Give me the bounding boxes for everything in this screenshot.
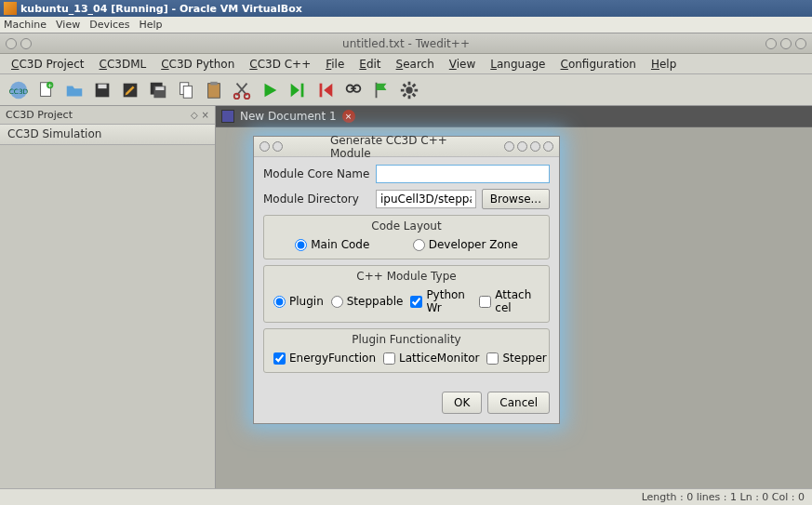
lattice-check[interactable]: LatticeMonitor <box>383 352 479 365</box>
menu-configuration[interactable]: Configuration <box>553 56 644 73</box>
document-tabs: New Document 1 × <box>216 106 812 126</box>
toolbar: CC3D + <box>0 74 812 106</box>
python-wrap-check-input[interactable] <box>410 296 422 308</box>
minimize-icon[interactable] <box>765 38 777 49</box>
svg-rect-13 <box>208 83 220 98</box>
menu-cc3d-cpp[interactable]: CC3D C++ <box>242 56 318 73</box>
vbox-icon <box>4 2 17 15</box>
svg-rect-18 <box>320 83 323 97</box>
module-name-input[interactable] <box>376 165 550 183</box>
lattice-check-input[interactable] <box>383 352 395 365</box>
app-pin-icon[interactable] <box>20 38 32 49</box>
plugin-func-group: Plugin Functionality EnergyFunction Latt… <box>263 328 550 373</box>
menu-view[interactable]: View <box>442 56 483 73</box>
vbox-titlebar: kubuntu_13_04 [Running] - Oracle VM Virt… <box>0 0 812 17</box>
vbox-menu-help[interactable]: Help <box>140 19 163 31</box>
cc3d-icon[interactable]: CC3D <box>6 77 32 103</box>
dialog-max-icon[interactable] <box>530 141 540 152</box>
cut-icon[interactable] <box>229 77 255 103</box>
pin-icon[interactable]: ◇ <box>191 110 198 120</box>
vbox-menu-machine[interactable]: Machine <box>4 19 47 31</box>
menu-language[interactable]: Language <box>483 56 552 73</box>
menu-cc3dml[interactable]: CC3DML <box>92 56 154 73</box>
run-icon[interactable] <box>257 77 283 103</box>
close-panel-icon[interactable]: × <box>202 110 209 120</box>
vbox-menu-view[interactable]: View <box>56 19 80 31</box>
close-icon[interactable] <box>795 38 806 49</box>
app-title: untitled.txt - Twedit++ <box>342 37 470 50</box>
code-layout-title: Code Layout <box>371 219 441 233</box>
ok-button[interactable]: OK <box>442 392 482 414</box>
dev-zone-radio[interactable]: Developer Zone <box>413 238 518 251</box>
stepper-check[interactable]: Stepper <box>486 352 546 365</box>
svg-rect-6 <box>98 84 106 88</box>
svg-text:CC3D: CC3D <box>9 86 29 95</box>
dialog-titlebar: Generate CC3D C++ Module <box>254 137 559 157</box>
browse-button[interactable]: Browse... <box>482 189 550 209</box>
svg-rect-17 <box>301 83 304 97</box>
generate-module-dialog: Generate CC3D C++ Module Module Core Nam… <box>253 136 560 424</box>
project-panel-title: CC3D Project <box>6 109 73 121</box>
find-icon[interactable] <box>340 77 366 103</box>
dialog-pin-icon[interactable] <box>273 141 283 152</box>
gear-icon[interactable] <box>396 77 422 103</box>
attach-cell-check[interactable]: Attach cel <box>479 288 539 314</box>
status-text: Length : 0 lines : 1 Ln : 0 Col : 0 <box>642 491 805 503</box>
edit-pencil-icon[interactable] <box>117 77 143 103</box>
dialog-help-icon[interactable] <box>504 141 514 152</box>
menu-cc3d-project[interactable]: CC3D Project <box>4 56 92 73</box>
save-icon[interactable] <box>89 77 115 103</box>
paste-icon[interactable] <box>201 77 227 103</box>
menu-search[interactable]: Search <box>389 56 442 73</box>
menu-cc3d-python[interactable]: CC3D Python <box>153 56 242 73</box>
dialog-close-icon[interactable] <box>543 141 553 152</box>
open-icon[interactable] <box>61 77 87 103</box>
stepper-check-input[interactable] <box>486 352 499 365</box>
dev-zone-radio-input[interactable] <box>413 239 425 251</box>
undo-icon[interactable] <box>313 77 339 103</box>
plugin-radio-input[interactable] <box>273 296 286 308</box>
svg-point-16 <box>245 93 250 99</box>
steppable-radio-input[interactable] <box>331 296 343 308</box>
energy-check-input[interactable] <box>273 352 286 365</box>
close-tab-icon[interactable]: × <box>342 110 355 123</box>
step-icon[interactable] <box>285 77 311 103</box>
python-wrap-check[interactable]: Python Wr <box>410 288 472 314</box>
document-icon <box>221 110 234 123</box>
new-icon[interactable]: + <box>33 77 60 103</box>
flag-icon[interactable] <box>368 77 394 103</box>
simulation-tab[interactable]: CC3D Simulation <box>0 125 215 145</box>
app-menu-icon[interactable] <box>6 38 17 49</box>
menubar: CC3D Project CC3DML CC3D Python CC3D C++… <box>0 54 812 74</box>
menu-file[interactable]: File <box>318 56 352 73</box>
dialog-menu-icon[interactable] <box>260 141 270 152</box>
vbox-title: kubuntu_13_04 [Running] - Oracle VM Virt… <box>20 3 302 15</box>
module-dir-input[interactable] <box>376 190 476 208</box>
code-layout-group: Code Layout Main Code Developer Zone <box>263 215 550 259</box>
attach-cell-check-input[interactable] <box>479 296 491 308</box>
plugin-radio[interactable]: Plugin <box>273 295 324 308</box>
main-code-radio[interactable]: Main Code <box>295 238 369 251</box>
svg-rect-12 <box>183 86 192 98</box>
maximize-icon[interactable] <box>780 38 792 49</box>
vbox-menu: Machine View Devices Help <box>0 17 812 33</box>
menu-edit[interactable]: Edit <box>352 56 388 73</box>
module-dir-label: Module Directory <box>263 193 370 206</box>
document-tab-label[interactable]: New Document 1 <box>240 110 337 123</box>
copy-icon[interactable] <box>173 77 199 103</box>
save-all-icon[interactable] <box>145 77 171 103</box>
svg-rect-10 <box>155 86 164 90</box>
project-tree[interactable] <box>0 145 215 488</box>
project-panel: CC3D Project ◇ × CC3D Simulation <box>0 106 216 488</box>
project-panel-header: CC3D Project ◇ × <box>0 106 215 125</box>
main-code-radio-input[interactable] <box>295 239 307 251</box>
cancel-button[interactable]: Cancel <box>487 392 550 414</box>
svg-rect-14 <box>210 81 217 85</box>
svg-text:+: + <box>47 82 52 89</box>
dialog-min-icon[interactable] <box>517 141 527 152</box>
vbox-menu-devices[interactable]: Devices <box>89 19 129 31</box>
menu-help[interactable]: Help <box>644 56 684 73</box>
steppable-radio[interactable]: Steppable <box>331 295 404 308</box>
statusbar: Length : 0 lines : 1 Ln : 0 Col : 0 <box>0 488 812 505</box>
energy-check[interactable]: EnergyFunction <box>273 352 376 365</box>
